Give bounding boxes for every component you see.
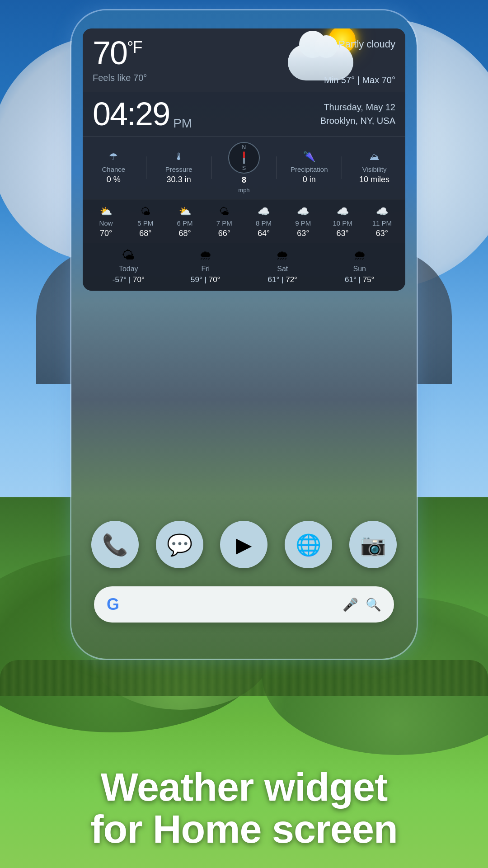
vis-label: Visibility	[362, 165, 387, 173]
day-temp-range: -57° | 70°	[113, 275, 145, 284]
hour-item: ☁️ 8 PM 64°	[248, 206, 280, 238]
dock-icon-phone[interactable]: 📞	[91, 521, 139, 568]
needle-top	[243, 151, 245, 158]
daily-forecast: 🌤 Today -57° | 70° 🌧 Fri 59° | 70° 🌧 Sat…	[83, 243, 405, 291]
treeline	[0, 660, 488, 696]
stat-chance: ☂ Chance 0 %	[93, 151, 134, 184]
dock-icon-chrome[interactable]: 🌐	[285, 521, 332, 568]
time-location-row: 04:29PM Thursday, May 12 Brooklyn, NY, U…	[83, 92, 405, 136]
hour-label: 10 PM	[333, 219, 352, 227]
min-max-display: Min 57° | Max 70°	[324, 75, 395, 85]
cloud-sun-icon	[288, 28, 360, 80]
hour-icon: ☁️	[337, 206, 349, 217]
compass-needle	[243, 151, 245, 164]
stats-row: ☂ Chance 0 % 🌡 Pressure 30.3 in N	[83, 136, 405, 199]
day-temp-range: 61° | 72°	[268, 275, 297, 284]
stat-divider-3	[277, 156, 277, 179]
hour-item: 🌤 5 PM 68°	[130, 206, 161, 238]
precip-value: 0 in	[303, 175, 316, 184]
hour-temp: 66°	[218, 229, 230, 238]
title-line1: Weather widget	[0, 766, 488, 808]
chance-value: 0 %	[107, 175, 121, 184]
hour-icon: ☁️	[258, 206, 270, 217]
temp-unit: °F	[127, 38, 141, 57]
day-label: Today	[119, 265, 138, 273]
time-ampm: PM	[173, 116, 192, 130]
hour-item: 🌤 7 PM 66°	[208, 206, 240, 238]
feels-like-value: 70°	[133, 73, 147, 83]
day-high: 72°	[286, 275, 297, 284]
hour-icon: 🌤	[219, 206, 229, 217]
hour-item: ⛅ Now 70°	[90, 206, 122, 238]
hour-temp: 70°	[100, 229, 112, 238]
stat-wind: N S 8 mph	[224, 142, 264, 193]
day-item: 🌤 Today -57° | 70°	[99, 248, 158, 284]
vis-value: 10 miles	[359, 175, 389, 184]
hour-icon: ⛅	[100, 206, 112, 217]
day-temp-range: 59° | 70°	[191, 275, 220, 284]
max-value: 70°	[382, 75, 395, 85]
location-info: Thursday, May 12 Brooklyn, NY, USA	[320, 100, 395, 127]
hour-temp: 68°	[179, 229, 191, 238]
dock-icon-play-store[interactable]: ▶	[220, 521, 267, 568]
bottom-title: Weather widget for Home screen	[0, 766, 488, 850]
hour-label: 11 PM	[372, 219, 392, 227]
pressure-value: 30.3 in	[167, 175, 191, 184]
precip-label: Precipitation	[291, 165, 328, 173]
compass-icon: N S	[228, 142, 260, 174]
search-bar[interactable]: G 🎤 🔍	[94, 586, 394, 623]
stat-pressure: 🌡 Pressure 30.3 in	[159, 151, 199, 184]
visibility-icon: ⛰	[370, 151, 380, 163]
needle-bottom	[243, 158, 245, 164]
day-high: 70°	[133, 275, 145, 284]
day-weather-icon: 🌧	[199, 248, 212, 263]
day-label: Sat	[277, 265, 288, 273]
time-section: 04:29PM	[93, 98, 192, 131]
rain-icon: 🌂	[303, 151, 315, 163]
hour-icon: ⛅	[179, 206, 191, 217]
hour-temp: 64°	[258, 229, 270, 238]
hour-label: 9 PM	[295, 219, 311, 227]
day-weather-icon: 🌤	[122, 248, 135, 263]
day-label: Sun	[353, 265, 366, 273]
day-item: 🌧 Fri 59° | 70°	[176, 248, 235, 284]
stat-divider-4	[342, 156, 342, 179]
hour-temp: 63°	[337, 229, 349, 238]
hour-icon: 🌤	[141, 206, 150, 217]
condition-label: Partly cloudy	[338, 38, 395, 50]
thermometer-icon: 🌡	[174, 151, 184, 163]
min-value: 57°	[341, 75, 355, 85]
stat-divider-2	[211, 156, 211, 179]
stat-visibility: ⛰ Visibility 10 miles	[354, 151, 395, 184]
hour-temp: 68°	[139, 229, 151, 238]
hour-item: ⛅ 6 PM 68°	[169, 206, 201, 238]
weather-widget: 70°F Feels like 70° Partly cloudy Min 57…	[83, 28, 405, 291]
wind-speed-value: 8	[242, 175, 246, 185]
day-high: 70°	[209, 275, 221, 284]
stat-precipitation: 🌂 Precipitation 0 in	[289, 151, 329, 184]
weather-icon-main	[288, 28, 360, 83]
dock-icon-messages[interactable]: 💬	[156, 521, 203, 568]
lens-icon[interactable]: 🔍	[366, 597, 381, 612]
hour-icon: ☁️	[297, 206, 309, 217]
day-weather-icon: 🌧	[276, 248, 289, 263]
day-weather-icon: 🌧	[353, 248, 366, 263]
phone-frame: 70°F Feels like 70° Partly cloudy Min 57…	[70, 9, 418, 660]
hour-item: ☁️ 11 PM 63°	[366, 206, 398, 238]
umbrella-icon: ☂	[109, 151, 118, 163]
hour-item: ☁️ 9 PM 63°	[287, 206, 319, 238]
hour-temp: 63°	[297, 229, 309, 238]
phone-screen: 70°F Feels like 70° Partly cloudy Min 57…	[71, 10, 417, 659]
temp-value: 70	[93, 35, 127, 71]
hour-label: 8 PM	[256, 219, 272, 227]
pressure-label: Pressure	[165, 165, 192, 173]
chance-label: Chance	[102, 165, 125, 173]
hour-label: 7 PM	[216, 219, 232, 227]
compass-north: N	[242, 144, 246, 151]
mic-icon[interactable]: 🎤	[343, 597, 358, 612]
hour-icon: ☁️	[376, 206, 388, 217]
time-display: 04:29	[93, 96, 169, 132]
app-dock: 📞💬▶🌐📷	[83, 521, 405, 568]
dock-icon-camera[interactable]: 📷	[349, 521, 397, 568]
day-high: 75°	[363, 275, 375, 284]
